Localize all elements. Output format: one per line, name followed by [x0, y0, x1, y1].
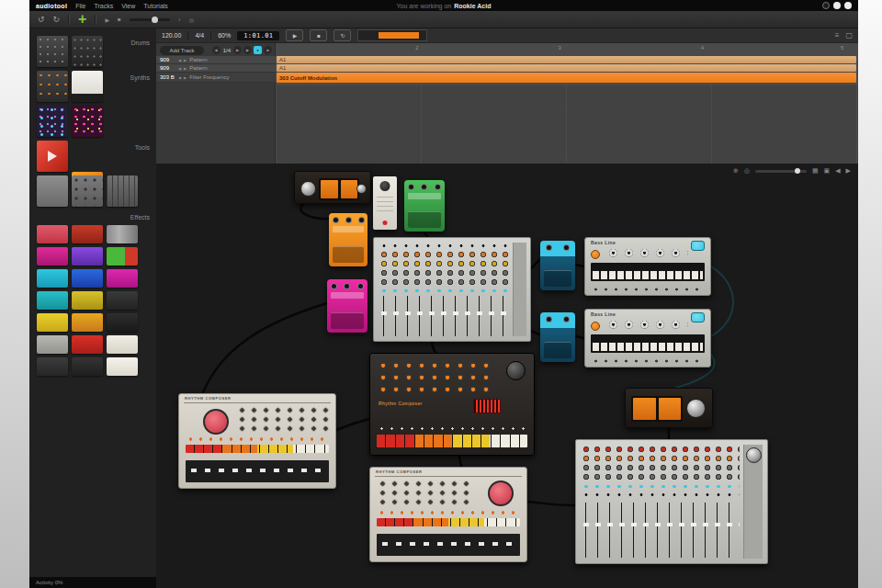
blue-pedal-top[interactable] [540, 241, 575, 290]
mixer-device-top[interactable] [373, 237, 531, 342]
knob-row-gray[interactable] [581, 473, 740, 481]
track-row-909-a[interactable]: 909 ◀ ▶ Pattern [156, 56, 276, 64]
desktop-workspace[interactable]: ⊕ ◎ ▦ ▣ ◀ ▶ [156, 164, 858, 588]
menu-tracks[interactable]: Tracks [94, 3, 113, 9]
fader-bank[interactable] [581, 503, 740, 558]
loop-button[interactable]: ↻ [334, 29, 351, 41]
device-thumbnail-merger[interactable] [37, 175, 68, 207]
fader-bank[interactable] [379, 296, 510, 336]
utility-knob[interactable] [380, 181, 390, 191]
menu-file[interactable]: File [75, 3, 85, 9]
record-icon[interactable]: ● [254, 46, 262, 54]
next-pattern-icon[interactable]: ▶ [184, 66, 187, 71]
osc-button[interactable] [591, 322, 600, 331]
metronome-icon[interactable]: ♪ [178, 17, 181, 22]
device-thumbnail-drum-sampler[interactable] [72, 36, 103, 67]
effect-thumbnail[interactable] [37, 291, 68, 310]
effect-thumbnail[interactable] [72, 335, 103, 354]
effect-thumbnail[interactable] [107, 335, 138, 354]
preset-badge[interactable] [691, 241, 705, 251]
pedal-knob[interactable] [357, 283, 364, 289]
device-thumbnail-piano-synth[interactable] [72, 71, 103, 102]
pedal-footswitch[interactable] [544, 270, 571, 287]
orange-pedal[interactable] [329, 213, 368, 266]
device-thumbnail-crossfade[interactable] [72, 175, 103, 207]
switch-row[interactable] [377, 425, 527, 432]
knob-grid[interactable] [236, 406, 329, 434]
knob-row-gray[interactable] [379, 269, 510, 277]
knob-grid[interactable] [377, 360, 493, 395]
pedal-knob[interactable] [344, 283, 350, 289]
account-icon[interactable] [844, 2, 852, 9]
tempo-knob[interactable] [506, 361, 526, 380]
track-row-303[interactable]: 303 B ◀ ▶ Filter Frequency [156, 73, 276, 83]
undo-icon[interactable]: ↺ [38, 16, 45, 24]
master-section[interactable] [743, 445, 763, 559]
avatar-icon[interactable] [833, 2, 841, 9]
step-button-row[interactable] [591, 357, 705, 365]
pedal-knob[interactable] [546, 244, 552, 251]
effect-thumbnail[interactable] [107, 269, 138, 288]
preset-badge[interactable] [691, 312, 705, 322]
pedal-knob[interactable] [563, 244, 570, 251]
pattern-stop-icon[interactable]: ■ [264, 46, 272, 54]
grid-view-icon[interactable]: ▦ [812, 167, 819, 175]
snap-next-icon[interactable]: ▶ [233, 46, 242, 54]
effect-thumbnail[interactable] [72, 269, 103, 288]
zoom-slider-handle[interactable] [795, 168, 800, 174]
pedal-knob[interactable] [421, 184, 427, 190]
zoom-slider[interactable] [755, 170, 807, 173]
duplicate-icon[interactable]: ▢ [845, 31, 853, 40]
clip-303-automation[interactable]: 303 Cutoff Modulation [277, 73, 856, 83]
master-section[interactable] [513, 243, 526, 336]
effect-thumbnail[interactable] [72, 313, 103, 332]
device-thumbnail-tonematrix[interactable] [37, 106, 68, 137]
compressor-small-knob[interactable] [356, 184, 367, 194]
menu-tutorials[interactable]: Tutorials [143, 3, 168, 9]
device-thumbnail-mixer-tool[interactable] [107, 175, 138, 207]
knob-row-orange[interactable] [581, 455, 740, 463]
pedal-knob[interactable] [408, 184, 414, 190]
stop-button[interactable]: ■ [310, 29, 327, 41]
add-track-button[interactable]: Add Track [160, 46, 204, 55]
shuffle-display[interactable]: 60% [218, 32, 231, 39]
fader-strip[interactable] [186, 460, 329, 482]
step-pad-row[interactable] [377, 435, 527, 447]
effect-thumbnail[interactable] [72, 357, 103, 376]
drum-machine-808[interactable]: Rhythm Composer [369, 353, 535, 456]
pedal-footswitch[interactable] [544, 342, 571, 358]
bassline-device-top[interactable]: Bass Line [584, 237, 711, 296]
pedal-knob[interactable] [435, 184, 441, 190]
time-signature-display[interactable]: 4/4 [195, 32, 204, 39]
song-overview[interactable] [357, 29, 427, 41]
add-device-button[interactable]: + [78, 13, 86, 26]
button-row-cyan[interactable] [379, 288, 510, 294]
utility-module[interactable] [373, 176, 397, 230]
menu-view[interactable]: View [121, 3, 135, 9]
pedal-knob[interactable] [546, 316, 552, 322]
effect-thumbnail[interactable] [37, 313, 68, 332]
green-pedal[interactable] [404, 180, 445, 232]
panel-view-icon[interactable]: ▣ [824, 167, 831, 175]
category-effects[interactable]: Effects [130, 214, 150, 220]
effect-thumbnail[interactable] [72, 247, 103, 266]
compressor-knob[interactable] [300, 181, 316, 197]
effect-thumbnail[interactable] [37, 247, 68, 266]
effect-thumbnail[interactable] [37, 225, 68, 243]
knob-row[interactable] [604, 318, 688, 331]
category-drums[interactable]: Drums [130, 40, 150, 46]
knob-row[interactable] [604, 246, 688, 259]
pedal-footswitch[interactable] [333, 246, 364, 263]
step-button-row[interactable] [591, 286, 705, 293]
pedal-footswitch[interactable] [408, 211, 441, 228]
effect-thumbnail[interactable] [107, 313, 138, 332]
knob-grid[interactable] [377, 480, 469, 507]
pedal-knob[interactable] [331, 283, 337, 289]
keyboard-panel[interactable] [591, 334, 705, 353]
knob-row-red[interactable] [581, 446, 740, 454]
snap-prev-icon[interactable]: ◀ [212, 46, 220, 54]
center-view-icon[interactable]: ⊕ [733, 167, 739, 175]
pedal-knob[interactable] [563, 316, 570, 322]
keyboard-panel[interactable] [591, 263, 705, 281]
rhythm-composer-left[interactable]: RHYTHM COMPOSER [178, 393, 336, 489]
